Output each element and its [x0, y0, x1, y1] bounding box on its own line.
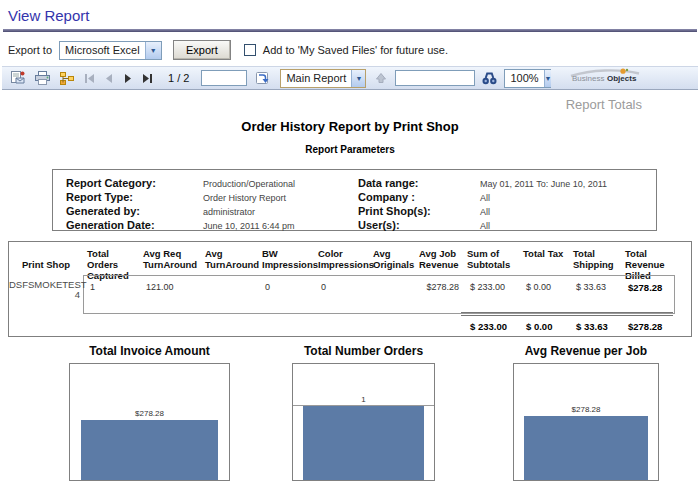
table-cell: $ 233.00: [463, 280, 519, 300]
parameter-value: administrator: [203, 205, 358, 217]
table-cell: 0: [258, 280, 314, 300]
parameter-label: Report Type:: [66, 191, 203, 203]
page-title: View Report: [8, 7, 700, 24]
export-button[interactable]: Export: [173, 40, 231, 60]
chart-title: Avg Revenue per Job: [513, 344, 659, 358]
table-cell: $278.28: [415, 280, 463, 300]
table-cell: [201, 280, 258, 300]
logo-text-business: Business: [572, 74, 604, 83]
parameter-value: May 01, 2011 To: June 10, 2011: [480, 177, 656, 189]
saved-files-checkbox[interactable]: [244, 44, 256, 56]
search-icon[interactable]: [479, 69, 500, 88]
first-page-button[interactable]: [82, 70, 97, 86]
bar-value-label: $278.28: [70, 409, 229, 418]
export-to-label: Export to: [8, 44, 52, 56]
zoom-value: 100%: [505, 72, 543, 84]
report-title: Order History Report by Print Shop: [0, 119, 700, 134]
totals-cell: $ 233.00: [463, 319, 519, 332]
chart-plot-area: $278.28: [69, 363, 230, 481]
bar: [81, 420, 218, 480]
parameter-value: All: [480, 205, 656, 217]
chart-avg-revenue-per-job: Avg Revenue per Job $278.28 DSFSMOKETEST…: [513, 344, 659, 481]
parameter-value: Production/Operational: [203, 177, 358, 189]
page-indicator: 1 / 2: [168, 72, 189, 84]
totals-cell: $ 0.00: [519, 319, 569, 332]
search-input[interactable]: [395, 70, 475, 86]
charts-row: Total Invoice Amount $278.28 DSFSMOKETES…: [0, 337, 700, 491]
zoom-select[interactable]: 100% ▼: [504, 69, 551, 88]
table-header-cell: Print Shop: [9, 248, 83, 281]
report-view-value: Main Report: [281, 72, 351, 84]
print-icon[interactable]: [32, 69, 53, 88]
chart-total-number-orders: Total Number Orders 1 DSFSMOKETEST4: [292, 344, 435, 481]
bar: [303, 406, 424, 480]
parameters-right-column: Data range: May 01, 2011 To: June 10, 20…: [358, 177, 656, 230]
businessobjects-logo: Business Objects: [567, 67, 649, 89]
table-cell: $278.28: [621, 280, 691, 300]
parameters-box: Report Category: Production/Operational …: [52, 169, 657, 231]
prev-page-button[interactable]: [101, 70, 116, 86]
totals-cell: $ 33.63: [569, 319, 621, 332]
drill-up-icon[interactable]: [370, 69, 391, 88]
table-cell: 0: [314, 280, 369, 300]
table-cell: $ 0.00: [519, 280, 569, 300]
table-cell: [369, 280, 415, 300]
parameter-label: Data range:: [358, 177, 480, 189]
report-subtitle: Report Parameters: [0, 144, 700, 155]
export-icon[interactable]: [7, 69, 28, 88]
print-shop-cell: DSFSMOKETEST 4: [9, 280, 83, 300]
parameters-left-column: Report Category: Production/Operational …: [53, 177, 358, 230]
chart-plot-area: 1: [292, 363, 435, 481]
bar-value-label: $278.28: [514, 405, 658, 414]
parameter-label: Print Shop(s):: [358, 205, 480, 217]
logo-text-objects: Objects: [607, 74, 637, 83]
totals-double-line: [461, 312, 673, 316]
parameter-value: All: [480, 191, 656, 203]
last-page-button[interactable]: [139, 70, 154, 86]
go-to-page-icon[interactable]: [251, 69, 272, 88]
page-number-input[interactable]: [201, 70, 247, 86]
parameter-value: Order History Report: [203, 191, 358, 203]
parameter-value: June 10, 2011 6:44 pm: [203, 219, 358, 231]
saved-files-label: Add to 'My Saved Files' for future use.: [263, 44, 448, 56]
report-table: Print Shop Total Orders Captured Avg Req…: [8, 241, 692, 337]
next-page-button[interactable]: [120, 70, 135, 86]
chart-title: Total Number Orders: [292, 344, 435, 358]
report-totals-label: Report Totals: [0, 97, 700, 112]
export-format-value: Microsoft Excel: [60, 44, 145, 56]
parameter-label: User(s):: [358, 219, 480, 231]
viewer-toolbar: 1 / 2 Main Report ▼ 100% ▼ Business Obje…: [2, 66, 698, 90]
export-format-select[interactable]: Microsoft Excel ▼: [59, 41, 162, 60]
table-cell: 1: [83, 280, 139, 300]
totals-cell: $278.28: [621, 319, 691, 332]
parameter-label: Report Category:: [66, 177, 203, 189]
table-row: DSFSMOKETEST 4 1 121.00 0 0 $278.28 $ 23…: [9, 280, 691, 300]
chevron-down-icon[interactable]: ▼: [544, 70, 552, 87]
parameter-value: All: [480, 219, 656, 231]
chart-total-invoice-amount: Total Invoice Amount $278.28 DSFSMOKETES…: [69, 344, 230, 481]
parameter-label: Generation Date:: [66, 219, 203, 231]
chevron-down-icon[interactable]: ▼: [145, 42, 161, 59]
bar: [524, 416, 648, 480]
parameter-label: Company :: [358, 191, 480, 203]
table-cell: 121.00: [139, 280, 201, 300]
export-bar: Export to Microsoft Excel ▼ Export Add t…: [8, 40, 700, 60]
bar-value-label: 1: [293, 395, 434, 404]
title-underline: [3, 29, 697, 32]
group-tree-icon[interactable]: [57, 69, 78, 88]
table-cell: $ 33.63: [569, 280, 621, 300]
chart-title: Total Invoice Amount: [69, 344, 230, 358]
chevron-down-icon[interactable]: ▼: [351, 70, 365, 87]
chart-plot-area: $278.28: [513, 363, 659, 481]
report-view-select[interactable]: Main Report ▼: [280, 69, 366, 88]
table-totals-row: $ 233.00 $ 0.00 $ 33.63 $278.28: [9, 319, 691, 332]
parameter-label: Generated by:: [66, 205, 203, 217]
